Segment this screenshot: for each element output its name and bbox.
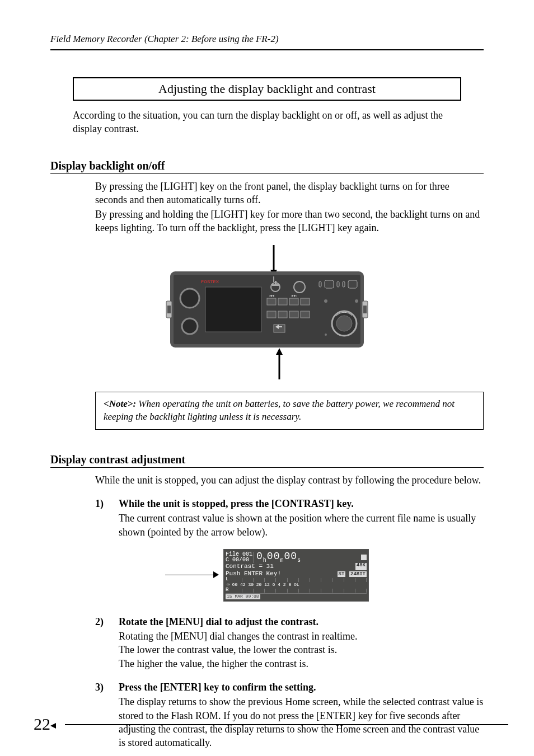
lcd-illustration: File 001 C 00/00 0h00m00s Contrast = 31 … bbox=[50, 549, 484, 602]
step-2-heading: Rotate the [MENU] dial to adjust the con… bbox=[119, 615, 318, 628]
step-2: 2) Rotate the [MENU] dial to adjust the … bbox=[95, 615, 484, 670]
section-title-box: Adjusting the display backlight and cont… bbox=[73, 77, 461, 101]
svg-rect-12 bbox=[278, 298, 287, 305]
svg-point-26 bbox=[355, 299, 358, 303]
backlight-p1: By pressing the [LIGHT] key on the front… bbox=[95, 180, 484, 207]
running-header-text: Field Memory Recorder (Chapter 2: Before… bbox=[50, 34, 484, 45]
step-1-body: The current contrast value is shown at t… bbox=[119, 511, 484, 539]
svg-text:|◀◀: |◀◀ bbox=[269, 294, 274, 297]
note-text: When operating the unit on batteries, to… bbox=[104, 398, 455, 422]
stop-icon bbox=[361, 555, 367, 560]
step-3-number: 3) bbox=[95, 680, 119, 694]
backlight-body: By pressing the [LIGHT] key on the front… bbox=[95, 180, 484, 235]
svg-rect-17 bbox=[267, 311, 276, 318]
svg-rect-36 bbox=[363, 306, 367, 313]
svg-text:▶▶|: ▶▶| bbox=[292, 294, 297, 297]
step-2-number: 2) bbox=[95, 615, 119, 628]
step-3-heading: Press the [ENTER] key to confirm the set… bbox=[119, 680, 316, 694]
svg-rect-35 bbox=[167, 306, 171, 313]
svg-point-24 bbox=[336, 316, 352, 331]
note-label: <Note>: bbox=[104, 398, 136, 409]
svg-point-4 bbox=[180, 289, 199, 308]
lcd-time: 0h00m00s bbox=[256, 551, 359, 564]
lcd-bitdepth-badge: 24BIT bbox=[349, 571, 367, 577]
svg-rect-32 bbox=[348, 280, 357, 288]
note-box: <Note>: When operating the unit on batte… bbox=[95, 392, 484, 430]
svg-rect-31 bbox=[343, 281, 345, 287]
step-2-line-3: The higher the value, the higher the con… bbox=[119, 657, 484, 670]
svg-rect-14 bbox=[301, 298, 310, 305]
device-illustration: FOSTEX |◀◀ ▶▶| bbox=[50, 245, 484, 382]
page-number: 22 bbox=[34, 715, 508, 734]
lcd-contrast-value: Contrast = 31 bbox=[226, 563, 274, 570]
svg-rect-20 bbox=[301, 311, 310, 318]
svg-point-5 bbox=[182, 318, 198, 334]
svg-rect-29 bbox=[325, 280, 334, 288]
svg-rect-30 bbox=[337, 281, 339, 287]
svg-point-27 bbox=[325, 334, 327, 336]
section-intro: According to the situation, you can turn… bbox=[73, 109, 461, 136]
svg-rect-21 bbox=[274, 325, 285, 332]
device-svg: FOSTEX |◀◀ ▶▶| bbox=[149, 245, 385, 379]
subheading-contrast: Display contrast adjustment bbox=[50, 453, 484, 468]
svg-rect-19 bbox=[289, 311, 298, 318]
svg-rect-9 bbox=[275, 281, 277, 284]
svg-rect-11 bbox=[267, 298, 276, 305]
lcd-meter-r-label: R bbox=[226, 588, 228, 593]
step-2-line-2: The lower the contrast value, the lower … bbox=[119, 643, 484, 656]
lcd-datetime: 15 MAR 09:08 bbox=[226, 594, 260, 599]
lcd-meter-l bbox=[231, 578, 367, 582]
svg-rect-18 bbox=[278, 311, 287, 318]
lcd-samplerate-badge: 48K bbox=[355, 563, 367, 570]
lcd-prompt: Push ENTER Key! bbox=[226, 570, 281, 577]
lcd-meter-r bbox=[231, 589, 367, 593]
svg-rect-6 bbox=[205, 287, 261, 332]
step-1-number: 1) bbox=[95, 497, 119, 510]
lcd-screen: File 001 C 00/00 0h00m00s Contrast = 31 … bbox=[223, 549, 369, 602]
backlight-p2: By pressing and holding the [LIGHT] key … bbox=[95, 208, 484, 235]
svg-point-25 bbox=[324, 299, 327, 303]
svg-rect-8 bbox=[272, 284, 279, 286]
lcd-file-bottom: C 00/00 bbox=[226, 557, 252, 563]
step-2-line-1: Rotating the [MENU] dial changes the con… bbox=[119, 630, 484, 643]
svg-rect-28 bbox=[319, 281, 321, 287]
contrast-intro: While the unit is stopped, you can adjus… bbox=[95, 473, 484, 487]
device-brand-text: FOSTEX bbox=[201, 279, 219, 284]
step-1: 1) While the unit is stopped, press the … bbox=[95, 497, 484, 539]
lcd-scale: ∞ 60 42 30 20 12 6 4 2 0 OL bbox=[226, 583, 367, 588]
running-header: Field Memory Recorder (Chapter 2: Before… bbox=[50, 34, 484, 50]
step-1-heading: While the unit is stopped, press the [CO… bbox=[119, 497, 354, 510]
lcd-st-badge: ST bbox=[338, 571, 346, 577]
svg-marker-38 bbox=[276, 348, 283, 355]
subheading-backlight: Display backlight on/off bbox=[50, 159, 484, 174]
svg-point-22 bbox=[294, 281, 305, 293]
arrow-to-lcd bbox=[165, 569, 219, 581]
svg-rect-13 bbox=[289, 298, 298, 305]
